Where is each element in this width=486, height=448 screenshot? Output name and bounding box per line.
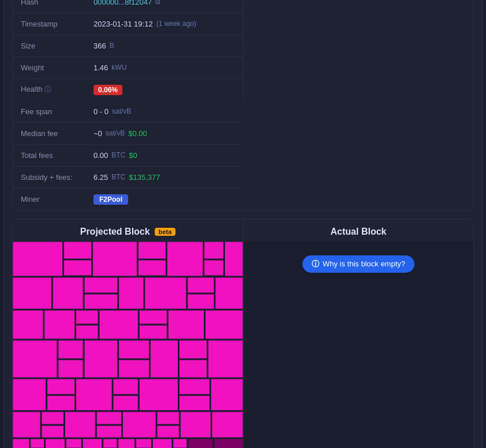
svg-rect-65 [83, 439, 102, 449]
health-value: 0.06% [88, 80, 243, 100]
miner-badge[interactable]: F2Pool [94, 194, 128, 205]
projected-block-label: Projected Block [80, 227, 150, 237]
miner-label: Miner [13, 190, 88, 208]
svg-rect-22 [76, 325, 98, 339]
subsidy-label: Subsidy + fees: [13, 168, 88, 186]
hash-label: Hash [13, 0, 88, 11]
timestamp-ago: (1 week ago) [156, 20, 196, 28]
svg-rect-18 [215, 277, 243, 309]
svg-rect-58 [212, 412, 243, 438]
svg-rect-21 [76, 310, 98, 324]
svg-rect-55 [157, 412, 179, 424]
subsidy-usd: $135,377 [129, 173, 160, 182]
svg-rect-24 [139, 310, 167, 324]
svg-rect-53 [96, 426, 121, 438]
median-fee-unit: sat/vB [106, 129, 125, 137]
fee-span-value: 0 - 0 sat/vB [88, 103, 243, 121]
svg-rect-31 [84, 340, 118, 378]
beta-badge: beta [155, 228, 176, 236]
svg-rect-47 [211, 379, 243, 411]
svg-rect-38 [13, 379, 46, 411]
svg-rect-60 [31, 439, 44, 448]
actual-block-title: Actual Block [244, 220, 473, 242]
svg-rect-52 [96, 412, 121, 424]
block-info-grid: Hash 000000...8f12047 ⧉ Timestamp 2023-0… [12, 0, 474, 211]
svg-rect-68 [118, 439, 135, 449]
hash-link[interactable]: 000000...8f12047 [94, 0, 152, 6]
hash-row: Hash 000000...8f12047 ⧉ [13, 0, 243, 13]
empty-block-notice[interactable]: ⓘ Why is this block empty? [302, 255, 414, 273]
svg-rect-0 [13, 242, 63, 276]
svg-rect-42 [113, 379, 138, 394]
svg-rect-7 [204, 242, 224, 259]
empty-notice-text: Why is this block empty? [323, 259, 405, 268]
svg-rect-5 [138, 260, 166, 276]
svg-rect-17 [188, 294, 214, 309]
svg-rect-50 [42, 426, 63, 438]
timestamp-label: Timestamp [13, 15, 88, 33]
actual-block-content: ⓘ Why is this block empty? [293, 242, 424, 449]
svg-rect-6 [167, 242, 203, 276]
median-fee-label: Median fee [13, 125, 88, 142]
svg-rect-9 [225, 242, 243, 276]
svg-rect-43 [113, 396, 138, 411]
subsidy-btc: 6.25 [94, 173, 108, 182]
svg-rect-3 [92, 242, 137, 276]
health-badge: 0.06% [94, 85, 122, 95]
svg-rect-59 [13, 439, 29, 449]
svg-rect-48 [13, 412, 40, 438]
subsidy-row: Subsidy + fees: 6.25 BTC $135,377 [13, 167, 243, 189]
total-fees-label: Total fees [13, 146, 88, 164]
total-fees-btc-unit: BTC [111, 151, 125, 159]
health-label: Health ⓘ [13, 80, 88, 99]
size-value: 366 B [88, 37, 243, 55]
size-unit: B [110, 42, 114, 50]
svg-rect-26 [168, 310, 204, 339]
svg-rect-44 [139, 379, 178, 411]
empty-notice-icon: ⓘ [312, 259, 319, 269]
timestamp-row: Timestamp 2023-01-31 19:12 (1 week ago) [13, 13, 243, 35]
total-fees-row: Total fees 0.00 BTC $0 [13, 145, 243, 167]
svg-rect-19 [13, 310, 43, 339]
median-fee-value: ~0 sat/vB $0.00 [88, 125, 243, 142]
svg-rect-32 [119, 340, 149, 359]
svg-rect-20 [44, 310, 75, 339]
fee-span-unit: sat/vB [112, 107, 131, 115]
subsidy-btc-unit: BTC [111, 173, 125, 181]
actual-block-panel: Actual Block ⓘ Why is this block empty? [243, 220, 473, 449]
svg-rect-56 [157, 426, 179, 438]
svg-rect-40 [47, 396, 75, 411]
median-fee-usd: $0.00 [128, 129, 147, 138]
svg-rect-15 [145, 277, 186, 309]
svg-rect-29 [58, 340, 83, 359]
svg-rect-10 [13, 277, 51, 309]
svg-rect-41 [76, 379, 112, 411]
fee-span-row: Fee span 0 - 0 sat/vB [13, 101, 243, 123]
svg-rect-28 [13, 340, 57, 378]
subsidy-value: 6.25 BTC $135,377 [88, 168, 243, 186]
svg-rect-54 [122, 412, 156, 438]
svg-rect-34 [150, 340, 178, 378]
svg-rect-36 [179, 360, 207, 378]
svg-rect-75 [214, 439, 243, 449]
weight-row: Weight 1.46 kWU [13, 57, 243, 79]
total-fees-value: 0.00 BTC $0 [88, 146, 243, 164]
hash-value: 000000...8f12047 ⧉ [88, 0, 243, 11]
median-fee-text: ~0 [94, 129, 102, 138]
svg-rect-45 [179, 379, 210, 394]
health-info-icon[interactable]: ⓘ [44, 85, 51, 93]
miner-value: F2Pool [88, 190, 243, 209]
block-modal: Block ‹ 774486 › × Hash 000000...8f12047… [3, 0, 483, 448]
timestamp-value: 2023-01-31 19:12 (1 week ago) [88, 15, 243, 33]
svg-rect-16 [188, 277, 214, 293]
projected-block-title: Projected Block beta [13, 220, 243, 242]
size-row: Size 366 B [13, 35, 243, 57]
fee-span-label: Fee span [13, 103, 88, 121]
health-row: Health ⓘ 0.06% [13, 79, 243, 101]
svg-rect-11 [53, 277, 83, 309]
projected-block-viz [13, 242, 243, 449]
treemap-svg [13, 242, 243, 449]
svg-rect-71 [152, 439, 172, 449]
svg-rect-39 [47, 379, 75, 394]
copy-icon[interactable]: ⧉ [155, 0, 160, 6]
